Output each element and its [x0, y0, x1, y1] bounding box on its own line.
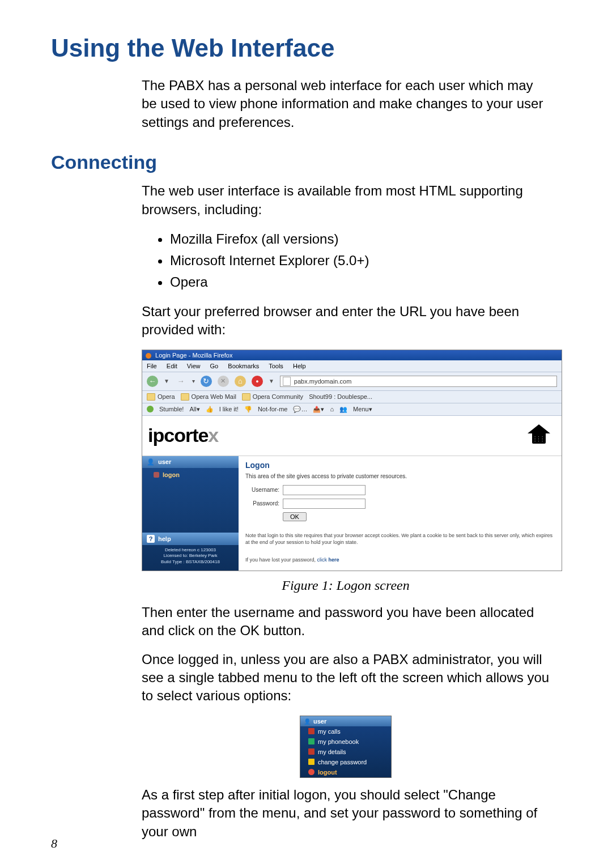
post-fig2-paragraph: As a first step after initial logon, you… — [142, 786, 550, 841]
friends-icon[interactable]: 👥 — [339, 406, 347, 413]
back-dropdown-icon[interactable]: ▼ — [164, 378, 169, 384]
figure1-caption: Figure 1: Logon screen — [142, 578, 550, 593]
menu-item-my-calls[interactable]: my calls — [300, 726, 391, 737]
stumble-menu[interactable]: Menu▾ — [353, 406, 372, 413]
sidebar-head-help[interactable]: ? help — [142, 533, 239, 545]
menu-tools[interactable]: Tools — [269, 363, 283, 369]
logon-screenshot: Login Page - Mozilla Firefox File Edit V… — [142, 350, 562, 571]
list-item: Microsoft Internet Explorer (5.0+) — [170, 250, 550, 271]
intro-paragraph: The PABX has a personal web interface fo… — [142, 76, 550, 131]
record-icon[interactable] — [252, 376, 263, 387]
thumbs-up-icon[interactable]: 👍 — [206, 406, 214, 413]
sidebar-footer: Deleted hereon c 123003 Licensed to: Ber… — [142, 545, 239, 565]
sidebar-head-user[interactable]: user — [142, 456, 239, 468]
menu-item-label: my details — [318, 748, 346, 755]
menu-item-my-phonebook[interactable]: my phonebook — [300, 737, 391, 747]
window-titlebar: Login Page - Mozilla Firefox — [142, 350, 562, 360]
page-icon — [283, 377, 291, 386]
key-icon — [308, 759, 314, 765]
nav-toolbar: ▼ ▾ ▼ pabx.mydomain.com — [142, 372, 562, 391]
login-main: Logon This area of the site gives access… — [239, 456, 562, 571]
details-icon — [308, 748, 314, 755]
stop-icon[interactable] — [218, 376, 229, 387]
menu-bookmarks[interactable]: Bookmarks — [228, 363, 259, 369]
forward-icon[interactable] — [175, 376, 186, 387]
user-menu-head-label: user — [313, 718, 326, 725]
ok-button[interactable]: OK — [283, 512, 307, 521]
page-number: 8 — [51, 836, 57, 851]
url-input[interactable]: pabx.mydomain.com — [280, 376, 557, 387]
user-menu-screenshot: user my calls my phonebook my details ch… — [300, 716, 392, 778]
calls-icon — [308, 728, 314, 734]
stumble-icon — [147, 406, 154, 412]
house-logo-icon: : : :: : : — [528, 424, 550, 447]
menu-help[interactable]: Help — [293, 363, 306, 369]
help-icon: ? — [147, 535, 155, 543]
menu-file[interactable]: File — [147, 363, 157, 369]
stumble-button[interactable]: Stumble! — [159, 406, 184, 412]
bookmark-label: Opera — [158, 393, 175, 400]
browser-list: Mozilla Firefox (all versions) Microsoft… — [142, 229, 550, 292]
forward-dropdown-icon[interactable]: ▾ — [192, 378, 195, 384]
cookie-note: Note that login to this site requires th… — [245, 533, 555, 546]
share-icon[interactable]: 📤▾ — [313, 406, 324, 413]
stumble-like[interactable]: I like it! — [219, 406, 239, 412]
logout-icon — [308, 769, 314, 775]
user-icon — [147, 458, 155, 466]
username-label: Username: — [245, 487, 279, 493]
user-menu-head[interactable]: user — [300, 716, 391, 726]
logon-icon — [154, 472, 159, 478]
bookmark-opera-community[interactable]: Opera Community — [242, 393, 303, 401]
thumbs-down-icon[interactable]: 👎 — [244, 406, 252, 413]
password-input[interactable] — [283, 499, 366, 509]
sidebar-head-label: help — [158, 535, 171, 542]
logon-intro: This area of the site gives access to pr… — [245, 473, 555, 479]
username-input[interactable] — [283, 485, 366, 495]
menubar: File Edit View Go Bookmarks Tools Help — [142, 360, 562, 372]
menu-go[interactable]: Go — [210, 363, 219, 369]
bookmarks-toolbar: Opera Opera Web Mail Opera Community Sho… — [142, 391, 562, 403]
phonebook-icon — [308, 738, 314, 744]
password-label: Password: — [245, 500, 279, 507]
menu-item-logout[interactable]: logout — [300, 767, 391, 777]
folder-icon — [181, 393, 189, 401]
bookmark-opera-webmail[interactable]: Opera Web Mail — [181, 393, 236, 401]
stumble-not[interactable]: Not-for-me — [258, 406, 288, 412]
window-title-text: Login Page - Mozilla Firefox — [155, 352, 232, 359]
bookmark-opera[interactable]: Opera — [147, 393, 175, 401]
reload-icon[interactable] — [201, 376, 212, 387]
page-title: Using the Web Interface — [51, 34, 555, 62]
list-item: Opera — [170, 272, 550, 292]
list-item: Mozilla Firefox (all versions) — [170, 229, 550, 249]
lost-password-link[interactable]: click here — [317, 557, 339, 563]
home2-icon[interactable]: ⌂ — [330, 406, 334, 412]
menu-item-label: my calls — [318, 728, 341, 735]
logon-heading: Logon — [245, 461, 555, 470]
stumble-all[interactable]: All▾ — [189, 406, 199, 413]
menu-item-label: my phonebook — [318, 738, 359, 745]
post-fig1-paragraph-2: Once logged in, unless you are also a PA… — [142, 650, 550, 705]
login-sidebar: user logon ? help Deleted hereon c 12300… — [142, 456, 239, 571]
menu-view[interactable]: View — [187, 363, 201, 369]
back-icon[interactable] — [147, 376, 158, 387]
lost-password-note: If you have lost your password, click he… — [245, 557, 555, 564]
nav-dropdown-icon[interactable]: ▼ — [269, 378, 274, 384]
speech-icon[interactable]: 💬… — [293, 406, 307, 413]
sidebar-head-label: user — [158, 458, 171, 465]
sidebar-item-logon[interactable]: logon — [142, 468, 239, 482]
sidebar-item-label: logon — [163, 471, 180, 478]
connecting-paragraph-1: The web user interface is available from… — [142, 182, 550, 219]
menu-edit[interactable]: Edit — [167, 363, 177, 369]
home-icon[interactable] — [235, 376, 246, 387]
stumble-toolbar: Stumble! All▾ 👍 I like it! 👎 Not-for-me … — [142, 403, 562, 416]
menu-item-my-details[interactable]: my details — [300, 747, 391, 757]
menu-item-label: change password — [318, 759, 367, 765]
content-header: ipcortex : : :: : : — [142, 416, 562, 456]
menu-item-change-password[interactable]: change password — [300, 757, 391, 767]
user-icon — [304, 718, 311, 725]
connecting-paragraph-2: Start your preferred browser and enter t… — [142, 303, 550, 339]
url-text: pabx.mydomain.com — [294, 378, 352, 385]
bookmark-shout99[interactable]: Shout99 : Doublespe... — [309, 393, 372, 400]
menu-item-label: logout — [318, 769, 337, 776]
bookmark-label: Shout99 : Doublespe... — [309, 393, 372, 400]
